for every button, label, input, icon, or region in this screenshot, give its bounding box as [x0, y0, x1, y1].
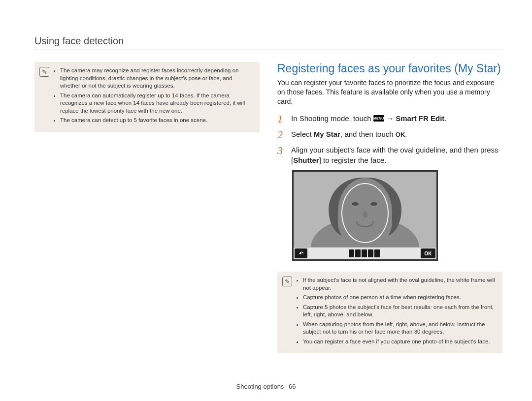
right-note-item: If the subject's face is not aligned wit… — [303, 277, 496, 292]
step-2: 2 Select My Star, and then touch OK. — [277, 129, 502, 141]
left-note-list: The camera may recognize and register fa… — [53, 67, 253, 126]
footer-label: Shooting options — [236, 383, 284, 390]
step-2-mid: , and then touch — [340, 130, 396, 138]
section-title: Using face detection — [34, 35, 502, 50]
step-3-post: ] to register the face. — [319, 156, 387, 164]
step-number: 1 — [277, 113, 285, 125]
step-1-end: . — [444, 114, 446, 123]
right-note-item: Capture photos of one person at a time w… — [303, 294, 496, 302]
right-note-item: Capture 5 photos the subject's face for … — [303, 304, 496, 319]
left-note-item: The camera can detect up to 5 favorite f… — [60, 117, 253, 124]
step-3: 3 Align your subject's face with the ova… — [277, 145, 502, 165]
left-note-box: ✎ The camera may recognize and register … — [34, 62, 260, 132]
step-3-bold: Shutter — [293, 156, 319, 164]
step-1-bold: Smart FR Edit — [396, 114, 444, 123]
camera-bottom-bar: ↶ OK — [294, 247, 436, 259]
note-icon: ✎ — [39, 67, 49, 77]
step-1-pre: In Shooting mode, touch — [291, 114, 373, 123]
back-button[interactable]: ↶ — [295, 248, 307, 258]
step-2-text: Select My Star, and then touch OK. — [291, 129, 407, 139]
step-1-arrow: → — [384, 114, 396, 123]
right-note-box: ✎ If the subject's face is not aligned w… — [277, 272, 502, 353]
right-note-list: If the subject's face is not aligned wit… — [296, 277, 496, 347]
steps-list: 1 In Shooting mode, touch MENU → Smart F… — [277, 113, 502, 165]
capture-slot — [368, 249, 373, 257]
step-2-end: . — [405, 130, 407, 138]
capture-slot — [362, 249, 367, 257]
intro-paragraph: You can register your favorite faces to … — [277, 78, 502, 106]
left-note-item: The camera may recognize and register fa… — [60, 67, 253, 90]
page-footer: Shooting options 66 — [0, 383, 532, 390]
step-1: 1 In Shooting mode, touch MENU → Smart F… — [277, 113, 502, 125]
step-2-pre: Select — [291, 130, 314, 138]
step-number: 3 — [277, 145, 285, 156]
step-3-text: Align your subject's face with the oval … — [291, 145, 502, 165]
note-icon: ✎ — [282, 277, 292, 286]
capture-slot — [349, 249, 354, 257]
capture-slot — [374, 249, 380, 257]
ok-button[interactable]: OK — [421, 248, 435, 258]
step-1-text: In Shooting mode, touch MENU → Smart FR … — [291, 113, 446, 123]
right-note-item: You can register a face even if you capt… — [303, 338, 496, 346]
page-number: 66 — [289, 383, 296, 390]
camera-preview: ↶ OK — [292, 170, 438, 261]
step-number: 2 — [277, 129, 285, 141]
step-2-bold: My Star — [314, 130, 340, 138]
heading-my-star: Registering faces as your favorites (My … — [277, 62, 502, 75]
capture-slot — [355, 249, 361, 257]
ok-icon: OK — [396, 130, 405, 139]
right-note-item: When capturing photos from the left, rig… — [303, 321, 496, 336]
menu-icon: MENU — [373, 115, 384, 122]
left-note-item: The camera can automatically register up… — [60, 92, 253, 115]
oval-guideline — [341, 183, 389, 243]
capture-slots — [349, 249, 380, 257]
